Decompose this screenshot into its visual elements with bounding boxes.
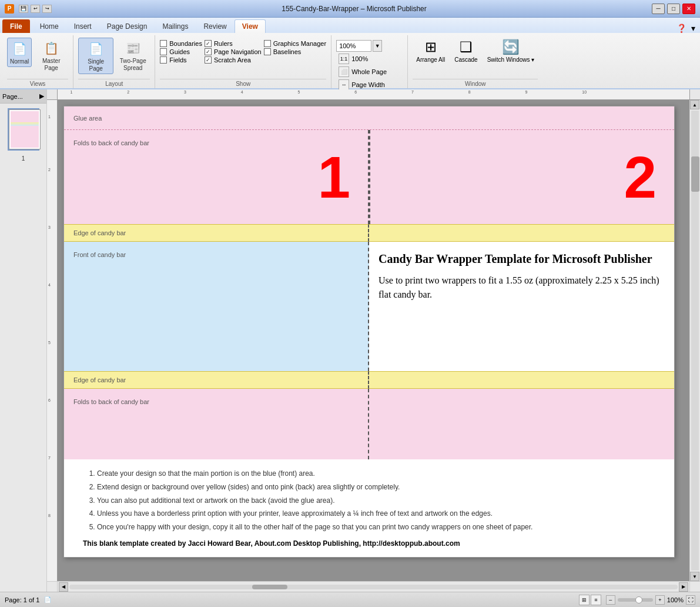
ribbon-group-window: ⊞ Arrange All ❑ Cascade 🔄 Switch Windows… (408, 35, 542, 88)
edge-bottom-left: Edge of candy bar (64, 371, 369, 389)
rulers-checkbox[interactable]: Rulers (205, 40, 262, 47)
two-page-label: Two-Page Spread (118, 58, 148, 72)
h-scroll-thumb[interactable] (252, 585, 287, 589)
graphics-manager-checkbox[interactable]: Graphics Manager (264, 40, 327, 47)
whole-page-label: Whole Page (351, 68, 387, 75)
page-panel-expand[interactable]: ▶ (39, 92, 44, 100)
page-thumbnail-1[interactable] (8, 108, 39, 151)
front-right: Candy Bar Wrapper Template for Microsoft… (369, 242, 674, 371)
tab-view[interactable]: View (235, 19, 266, 33)
v-scroll-thumb[interactable] (691, 156, 699, 192)
page-navigation-checkbox[interactable]: Page Navigation (205, 48, 262, 55)
ribbon-group-zoom: ▼ 1:1 100% ⬜ Whole Page ↔ Page Width ⊞ S… (331, 35, 408, 88)
cascade-button[interactable]: ❑ Cascade (451, 38, 481, 64)
attribution-content: This blank template created by Jacci How… (83, 539, 460, 548)
graphics-manager-label: Graphics Manager (273, 40, 327, 47)
h-scroll-corner-right (689, 581, 700, 592)
vertical-scrollbar[interactable]: ▲ ▼ (689, 100, 700, 581)
status-bar: Page: 1 of 1 📄 ⊞ ≡ – + 100% ⛶ (0, 592, 700, 607)
canvas-area: 1 2 3 4 5 6 7 8 9 10 1 2 3 (47, 89, 700, 592)
fullscreen-button[interactable]: ⛶ (686, 595, 695, 605)
glue-area: Glue area (64, 106, 674, 130)
view-icon-2[interactable]: ≡ (591, 595, 601, 605)
h-scroll-left-button[interactable]: ◀ (59, 582, 68, 592)
h-scroll-track[interactable] (69, 585, 678, 589)
bottom-back-section: Folds to back of candy bar (64, 389, 674, 459)
baselines-checkbox[interactable]: Baselines (264, 48, 327, 55)
zoom-dropdown-button[interactable]: ▼ (373, 40, 382, 52)
ribbon-collapse-button[interactable]: ▾ (689, 24, 698, 33)
fields-checkbox[interactable]: Fields (160, 56, 202, 64)
h-scroll-right-button[interactable]: ▶ (679, 582, 688, 592)
close-button[interactable]: ✕ (682, 4, 695, 14)
edge-bottom-right (369, 371, 674, 389)
maximize-button[interactable]: □ (667, 4, 680, 14)
guides-label: Guides (169, 48, 190, 55)
edge-bottom-section: Edge of candy bar (64, 371, 674, 389)
normal-view-button[interactable]: 📄 Normal (7, 38, 32, 67)
main-area: Page... ▶ 1 1 2 3 4 5 6 7 8 (0, 89, 700, 592)
tab-home[interactable]: Home (32, 19, 66, 33)
page-width-icon: ↔ (339, 79, 349, 90)
instruction-2: Extend design or background over yellow … (97, 482, 655, 492)
window-controls: ─ □ ✕ (652, 4, 695, 14)
canvas-scroll-area[interactable]: Glue area Folds to back of candy bar 1 2 (58, 100, 689, 581)
h-scroll-corner (47, 581, 58, 592)
zoom-100-label: 100% (351, 55, 368, 62)
views-group-label: Views (7, 79, 68, 88)
master-page-button[interactable]: 📋 Master Page (34, 38, 68, 73)
v-scroll-track[interactable] (691, 111, 699, 571)
single-page-button[interactable]: 📄 Single Page (78, 38, 113, 74)
switch-windows-button[interactable]: 🔄 Switch Windows ▾ (484, 38, 538, 64)
help-button[interactable]: ❓ (674, 24, 689, 33)
v-scroll-up-button[interactable]: ▲ (690, 100, 699, 109)
show-checkboxes-third: Graphics Manager Baselines (264, 38, 327, 55)
scratch-area-checkbox[interactable]: Scratch Area (205, 56, 262, 64)
show-checkboxes-right: Rulers Page Navigation Scratch Area (205, 38, 262, 64)
tab-review[interactable]: Review (196, 19, 234, 33)
bottom-back-left: Folds to back of candy bar (64, 389, 369, 459)
tab-mailings[interactable]: Mailings (155, 19, 196, 33)
page-nav-cb-box (205, 48, 212, 55)
layout-content: 📄 Single Page 📰 Two-Page Spread (78, 35, 150, 79)
show-checkboxes-left: Boundaries Guides Fields (160, 38, 202, 64)
quick-access-save[interactable]: 💾 (19, 5, 28, 13)
scratch-area-label: Scratch Area (214, 56, 251, 64)
tab-page-design[interactable]: Page Design (99, 19, 155, 33)
zoom-input[interactable] (336, 40, 371, 52)
rulers-cb-box (205, 40, 212, 47)
horizontal-scrollbar-row: ◀ ▶ (47, 581, 700, 592)
view-icon-1[interactable]: ⊞ (579, 595, 590, 605)
guides-checkbox[interactable]: Guides (160, 48, 202, 55)
minimize-button[interactable]: ─ (652, 4, 665, 14)
zoom-slider[interactable] (618, 598, 653, 602)
baselines-label: Baselines (273, 48, 302, 55)
whole-page-button[interactable]: ⬜ Whole Page (336, 66, 403, 78)
title-bar: P 💾 ↩ ↪ 155-Candy-Bar-Wrapper – Microsof… (0, 0, 700, 18)
number-1-display: 1 (317, 148, 350, 206)
page-panel: Page... ▶ 1 (0, 89, 47, 592)
whole-page-icon: ⬜ (339, 66, 349, 77)
instruction-3: You can also put additional text or artw… (97, 496, 655, 506)
zoom-out-button[interactable]: – (606, 595, 615, 605)
tab-file[interactable]: File (2, 19, 30, 33)
zoom-100-button[interactable]: 1:1 100% (336, 53, 403, 65)
horizontal-scrollbar[interactable]: ◀ ▶ (58, 581, 689, 592)
arrange-all-button[interactable]: ⊞ Arrange All (413, 38, 448, 64)
boundaries-checkbox[interactable]: Boundaries (160, 40, 202, 47)
tab-insert[interactable]: Insert (66, 19, 99, 33)
two-page-spread-button[interactable]: 📰 Two-Page Spread (116, 38, 150, 73)
quick-access-redo[interactable]: ↪ (42, 5, 52, 13)
zoom-in-button[interactable]: + (655, 595, 665, 605)
v-scroll-down-button[interactable]: ▼ (690, 572, 699, 581)
instructions-list: Create your design so that the main port… (97, 469, 655, 532)
document-canvas: Glue area Folds to back of candy bar 1 2 (63, 106, 675, 558)
wrapper-title: Candy Bar Wrapper Template for Microsoft… (379, 251, 665, 266)
quick-access-undo[interactable]: ↩ (31, 5, 40, 13)
zoom-slider-thumb[interactable] (635, 596, 642, 603)
show-content: Boundaries Guides Fields Rulers (160, 35, 326, 79)
switch-windows-label: Switch Windows ▾ (487, 56, 535, 63)
cascade-icon: ❑ (460, 39, 473, 55)
page-width-button[interactable]: ↔ Page Width (336, 79, 403, 91)
page-panel-title: Page... (2, 93, 23, 100)
